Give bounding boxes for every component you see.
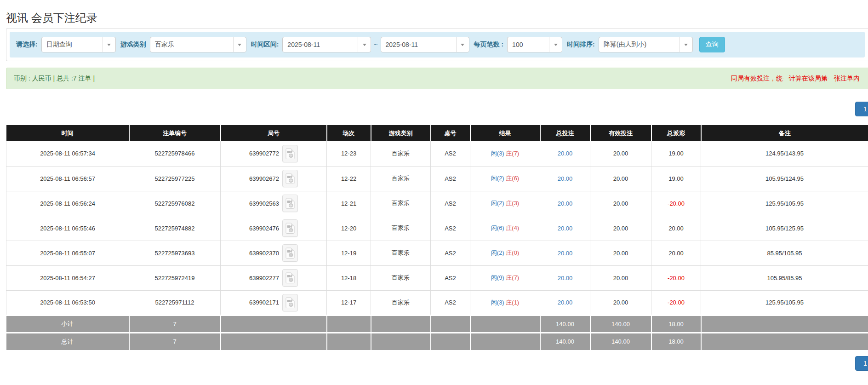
chevron-down-icon [233,37,246,52]
footer-label: 小计 [6,315,129,333]
cell-total-bet[interactable]: 20.00 [540,241,590,265]
query-button[interactable]: 查询 [699,37,725,52]
cell-remark: 124.95/143.95 [701,141,868,166]
game-type-select[interactable]: 百家乐 [150,37,246,52]
result-player: 闲(3) [491,150,504,157]
result-player: 闲(2) [491,175,504,182]
cell-session: 12-18 [327,265,371,290]
result-banker: 庄(1) [506,299,519,306]
footer-empty [327,315,371,333]
cell-game-type: 百家乐 [371,191,431,216]
result-player: 闲(6) [491,224,504,231]
cell-table-no: AS2 [431,290,470,315]
video-replay-button[interactable] [282,294,298,311]
round-wrap: 639902563 [249,195,298,212]
cell-time: 2025-08-11 06:53:50 [6,290,129,315]
round-number: 639902672 [249,175,279,182]
cell-round: 639902370 [221,241,327,265]
cell-game-type: 百家乐 [371,141,431,166]
footer-label: 总计 [6,333,129,350]
col-session: 场次 [327,125,371,141]
cell-table-no: AS2 [431,191,470,216]
video-replay-button[interactable] [282,170,298,187]
result-banker: 庄(4) [506,224,519,231]
cell-total-bet[interactable]: 20.00 [540,290,590,315]
date-from-select[interactable]: 2025-08-11 [282,37,371,52]
page-1-button[interactable]: 1 [855,356,868,371]
round-wrap: 639902277 [249,269,298,287]
footer-total-bet: 140.00 [540,333,590,350]
cell-time: 2025-08-11 06:56:57 [6,166,129,191]
col-table-no: 桌号 [431,125,470,141]
pagination-bottom: 1 [0,356,868,371]
cell-table-no: AS2 [431,216,470,241]
date-range-separator: ~ [374,41,377,48]
time-sort-select[interactable]: 降冪(由大到小) [599,37,693,52]
cell-total-bet[interactable]: 20.00 [540,166,590,191]
round-number: 639902476 [249,225,279,232]
cell-bet-id: 522725972419 [129,265,221,290]
date-to-select[interactable]: 2025-08-11 [381,37,469,52]
cell-remark: 105.95/124.95 [701,166,868,191]
date-to-value: 2025-08-11 [381,41,456,48]
cell-bet-id: 522725971112 [129,290,221,315]
cell-total-bet[interactable]: 20.00 [540,265,590,290]
video-replay-button[interactable] [282,195,298,212]
table-row: 2025-08-11 06:57:34522725978466639902772… [6,141,868,166]
cell-total-bet[interactable]: 20.00 [540,191,590,216]
round-wrap: 639902370 [249,244,298,262]
video-replay-button[interactable] [282,244,298,262]
cell-total-bet[interactable]: 20.00 [540,141,590,166]
page-size-value: 100 [508,41,549,48]
cell-result: 闲(3) 庄(7) [470,141,540,166]
result-banker: 庄(0) [506,249,519,256]
cell-valid-bet: 20.00 [590,290,651,315]
query-type-value: 日期查询 [42,40,103,49]
cell-game-type: 百家乐 [371,241,431,265]
result-player: 闲(2) [491,200,504,207]
page-size-label: 每页笔数 : [474,40,504,49]
page-size-select[interactable]: 100 [507,37,562,52]
cell-remark: 105.95/125.95 [701,216,868,241]
table-summary-row: 小计7140.00140.0018.00 [6,315,868,333]
time-sort-value: 降冪(由大到小) [599,40,680,49]
cell-bet-id: 522725974882 [129,216,221,241]
cell-payout: -20.00 [651,265,701,290]
chevron-down-icon [103,37,115,52]
cell-payout: -20.00 [651,191,701,216]
cell-valid-bet: 20.00 [590,216,651,241]
cell-game-type: 百家乐 [371,265,431,290]
cell-remark: 105.95/85.95 [701,265,868,290]
cell-round: 639902772 [221,141,327,166]
cell-remark: 125.95/105.95 [701,191,868,216]
result-banker: 庄(7) [506,150,519,157]
footer-empty [701,315,868,333]
video-replay-button[interactable] [282,219,298,237]
cell-result: 闲(2) 庄(0) [470,241,540,265]
footer-count: 7 [129,333,221,350]
result-banker: 庄(7) [506,274,519,281]
video-replay-button[interactable] [282,145,298,162]
cell-session: 12-19 [327,241,371,265]
table-row: 2025-08-11 06:53:50522725971112639902171… [6,290,868,315]
cell-result: 闲(9) 庄(7) [470,265,540,290]
chevron-down-icon [680,37,692,52]
page-1-button[interactable]: 1 [855,102,868,116]
cell-session: 12-20 [327,216,371,241]
col-bet-id: 注单编号 [129,125,221,141]
video-replay-button[interactable] [282,269,298,287]
chevron-down-icon [358,37,371,52]
query-type-label: 请选择: [16,40,38,49]
filter-panel: 请选择: 日期查询 游戏类别 百家乐 时间区间: 2025-08-11 ~ 20… [6,28,868,61]
cell-bet-id: 522725976082 [129,191,221,216]
summary-bar: 币别 : 人民币 | 总共 :7 注单 | 同局有效投注，统一计算在该局第一张注… [6,68,868,89]
cell-total-bet[interactable]: 20.00 [540,216,590,241]
cell-table-no: AS2 [431,265,470,290]
round-wrap: 639902171 [249,294,298,311]
cell-session: 12-17 [327,290,371,315]
footer-empty [327,333,371,350]
col-result: 结果 [470,125,540,141]
cell-bet-id: 522725978466 [129,141,221,166]
video-icon [286,272,295,283]
query-type-select[interactable]: 日期查询 [41,37,116,52]
